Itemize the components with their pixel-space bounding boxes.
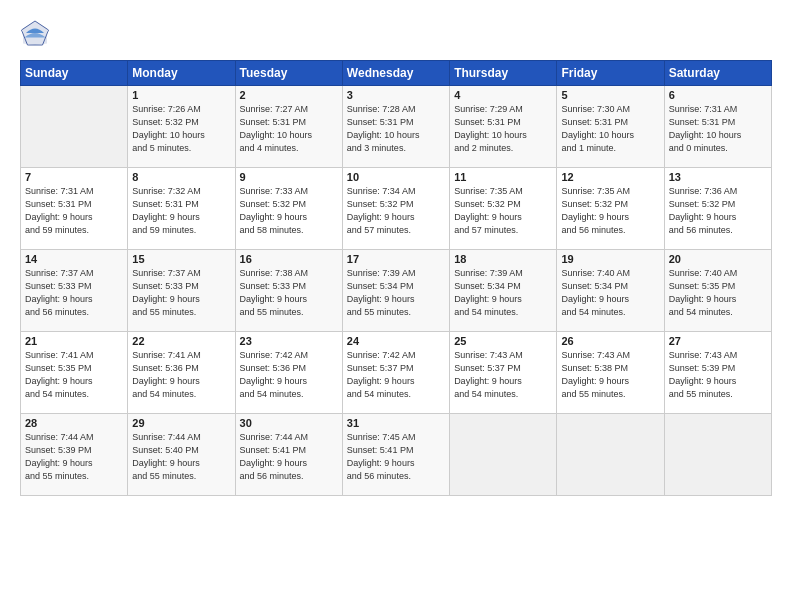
day-cell: 17Sunrise: 7:39 AM Sunset: 5:34 PM Dayli…	[342, 250, 449, 332]
day-cell	[450, 414, 557, 496]
day-cell: 21Sunrise: 7:41 AM Sunset: 5:35 PM Dayli…	[21, 332, 128, 414]
day-cell: 1Sunrise: 7:26 AM Sunset: 5:32 PM Daylig…	[128, 86, 235, 168]
header-cell-saturday: Saturday	[664, 61, 771, 86]
day-cell: 23Sunrise: 7:42 AM Sunset: 5:36 PM Dayli…	[235, 332, 342, 414]
day-cell: 24Sunrise: 7:42 AM Sunset: 5:37 PM Dayli…	[342, 332, 449, 414]
header-cell-tuesday: Tuesday	[235, 61, 342, 86]
week-row-1: 7Sunrise: 7:31 AM Sunset: 5:31 PM Daylig…	[21, 168, 772, 250]
day-number: 7	[25, 171, 123, 183]
week-row-3: 21Sunrise: 7:41 AM Sunset: 5:35 PM Dayli…	[21, 332, 772, 414]
day-cell: 12Sunrise: 7:35 AM Sunset: 5:32 PM Dayli…	[557, 168, 664, 250]
calendar-table: SundayMondayTuesdayWednesdayThursdayFrid…	[20, 60, 772, 496]
day-info: Sunrise: 7:38 AM Sunset: 5:33 PM Dayligh…	[240, 267, 338, 319]
day-info: Sunrise: 7:39 AM Sunset: 5:34 PM Dayligh…	[454, 267, 552, 319]
day-number: 21	[25, 335, 123, 347]
day-info: Sunrise: 7:43 AM Sunset: 5:39 PM Dayligh…	[669, 349, 767, 401]
day-cell: 19Sunrise: 7:40 AM Sunset: 5:34 PM Dayli…	[557, 250, 664, 332]
week-row-4: 28Sunrise: 7:44 AM Sunset: 5:39 PM Dayli…	[21, 414, 772, 496]
day-cell	[557, 414, 664, 496]
week-row-2: 14Sunrise: 7:37 AM Sunset: 5:33 PM Dayli…	[21, 250, 772, 332]
day-number: 6	[669, 89, 767, 101]
day-info: Sunrise: 7:32 AM Sunset: 5:31 PM Dayligh…	[132, 185, 230, 237]
day-info: Sunrise: 7:44 AM Sunset: 5:41 PM Dayligh…	[240, 431, 338, 483]
day-info: Sunrise: 7:28 AM Sunset: 5:31 PM Dayligh…	[347, 103, 445, 155]
day-info: Sunrise: 7:35 AM Sunset: 5:32 PM Dayligh…	[454, 185, 552, 237]
day-cell: 28Sunrise: 7:44 AM Sunset: 5:39 PM Dayli…	[21, 414, 128, 496]
day-number: 20	[669, 253, 767, 265]
day-number: 8	[132, 171, 230, 183]
day-cell: 15Sunrise: 7:37 AM Sunset: 5:33 PM Dayli…	[128, 250, 235, 332]
day-cell: 4Sunrise: 7:29 AM Sunset: 5:31 PM Daylig…	[450, 86, 557, 168]
header-cell-sunday: Sunday	[21, 61, 128, 86]
day-cell: 18Sunrise: 7:39 AM Sunset: 5:34 PM Dayli…	[450, 250, 557, 332]
day-number: 2	[240, 89, 338, 101]
logo-icon	[20, 18, 50, 48]
day-info: Sunrise: 7:35 AM Sunset: 5:32 PM Dayligh…	[561, 185, 659, 237]
header-cell-thursday: Thursday	[450, 61, 557, 86]
day-number: 31	[347, 417, 445, 429]
day-number: 11	[454, 171, 552, 183]
day-cell: 14Sunrise: 7:37 AM Sunset: 5:33 PM Dayli…	[21, 250, 128, 332]
day-cell: 7Sunrise: 7:31 AM Sunset: 5:31 PM Daylig…	[21, 168, 128, 250]
day-number: 22	[132, 335, 230, 347]
day-number: 28	[25, 417, 123, 429]
day-cell: 30Sunrise: 7:44 AM Sunset: 5:41 PM Dayli…	[235, 414, 342, 496]
header-cell-monday: Monday	[128, 61, 235, 86]
day-cell: 16Sunrise: 7:38 AM Sunset: 5:33 PM Dayli…	[235, 250, 342, 332]
day-info: Sunrise: 7:44 AM Sunset: 5:40 PM Dayligh…	[132, 431, 230, 483]
day-cell: 22Sunrise: 7:41 AM Sunset: 5:36 PM Dayli…	[128, 332, 235, 414]
day-info: Sunrise: 7:36 AM Sunset: 5:32 PM Dayligh…	[669, 185, 767, 237]
header-cell-wednesday: Wednesday	[342, 61, 449, 86]
day-info: Sunrise: 7:39 AM Sunset: 5:34 PM Dayligh…	[347, 267, 445, 319]
header	[20, 18, 772, 48]
day-cell	[664, 414, 771, 496]
day-cell: 6Sunrise: 7:31 AM Sunset: 5:31 PM Daylig…	[664, 86, 771, 168]
day-number: 1	[132, 89, 230, 101]
day-info: Sunrise: 7:29 AM Sunset: 5:31 PM Dayligh…	[454, 103, 552, 155]
day-info: Sunrise: 7:42 AM Sunset: 5:37 PM Dayligh…	[347, 349, 445, 401]
day-cell: 8Sunrise: 7:32 AM Sunset: 5:31 PM Daylig…	[128, 168, 235, 250]
day-info: Sunrise: 7:31 AM Sunset: 5:31 PM Dayligh…	[669, 103, 767, 155]
day-info: Sunrise: 7:43 AM Sunset: 5:38 PM Dayligh…	[561, 349, 659, 401]
day-cell: 10Sunrise: 7:34 AM Sunset: 5:32 PM Dayli…	[342, 168, 449, 250]
header-row: SundayMondayTuesdayWednesdayThursdayFrid…	[21, 61, 772, 86]
day-number: 10	[347, 171, 445, 183]
day-number: 15	[132, 253, 230, 265]
day-number: 26	[561, 335, 659, 347]
day-info: Sunrise: 7:37 AM Sunset: 5:33 PM Dayligh…	[132, 267, 230, 319]
day-info: Sunrise: 7:45 AM Sunset: 5:41 PM Dayligh…	[347, 431, 445, 483]
day-cell: 31Sunrise: 7:45 AM Sunset: 5:41 PM Dayli…	[342, 414, 449, 496]
day-cell: 9Sunrise: 7:33 AM Sunset: 5:32 PM Daylig…	[235, 168, 342, 250]
day-number: 23	[240, 335, 338, 347]
day-number: 3	[347, 89, 445, 101]
day-info: Sunrise: 7:42 AM Sunset: 5:36 PM Dayligh…	[240, 349, 338, 401]
day-info: Sunrise: 7:37 AM Sunset: 5:33 PM Dayligh…	[25, 267, 123, 319]
week-row-0: 1Sunrise: 7:26 AM Sunset: 5:32 PM Daylig…	[21, 86, 772, 168]
day-info: Sunrise: 7:40 AM Sunset: 5:35 PM Dayligh…	[669, 267, 767, 319]
day-info: Sunrise: 7:31 AM Sunset: 5:31 PM Dayligh…	[25, 185, 123, 237]
day-number: 17	[347, 253, 445, 265]
day-number: 5	[561, 89, 659, 101]
day-info: Sunrise: 7:40 AM Sunset: 5:34 PM Dayligh…	[561, 267, 659, 319]
header-cell-friday: Friday	[557, 61, 664, 86]
day-cell: 11Sunrise: 7:35 AM Sunset: 5:32 PM Dayli…	[450, 168, 557, 250]
day-cell: 26Sunrise: 7:43 AM Sunset: 5:38 PM Dayli…	[557, 332, 664, 414]
day-number: 30	[240, 417, 338, 429]
day-cell: 25Sunrise: 7:43 AM Sunset: 5:37 PM Dayli…	[450, 332, 557, 414]
day-info: Sunrise: 7:26 AM Sunset: 5:32 PM Dayligh…	[132, 103, 230, 155]
day-info: Sunrise: 7:41 AM Sunset: 5:35 PM Dayligh…	[25, 349, 123, 401]
logo	[20, 18, 54, 48]
day-number: 4	[454, 89, 552, 101]
day-number: 27	[669, 335, 767, 347]
day-number: 9	[240, 171, 338, 183]
day-number: 29	[132, 417, 230, 429]
day-info: Sunrise: 7:33 AM Sunset: 5:32 PM Dayligh…	[240, 185, 338, 237]
day-number: 24	[347, 335, 445, 347]
day-cell: 27Sunrise: 7:43 AM Sunset: 5:39 PM Dayli…	[664, 332, 771, 414]
day-number: 14	[25, 253, 123, 265]
calendar-body: 1Sunrise: 7:26 AM Sunset: 5:32 PM Daylig…	[21, 86, 772, 496]
day-cell: 5Sunrise: 7:30 AM Sunset: 5:31 PM Daylig…	[557, 86, 664, 168]
day-info: Sunrise: 7:44 AM Sunset: 5:39 PM Dayligh…	[25, 431, 123, 483]
day-info: Sunrise: 7:43 AM Sunset: 5:37 PM Dayligh…	[454, 349, 552, 401]
day-number: 13	[669, 171, 767, 183]
